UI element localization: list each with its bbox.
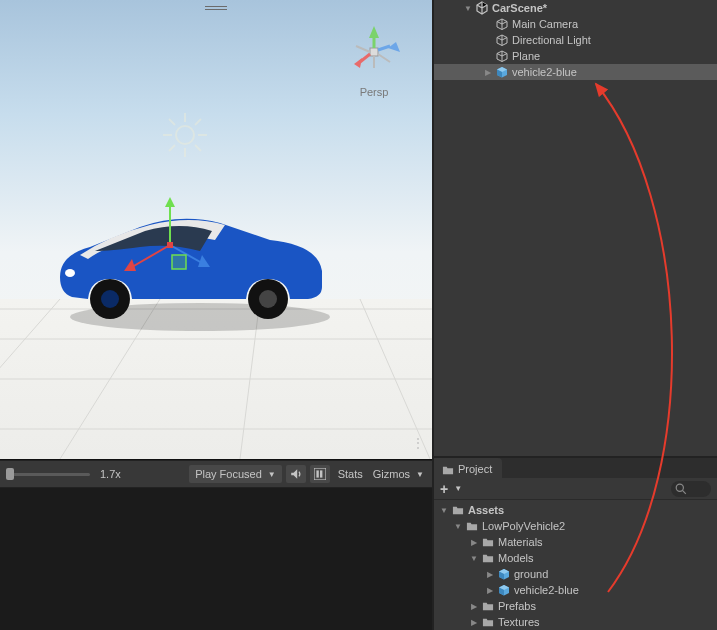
asset-label: ground — [514, 568, 548, 580]
gameobject-icon — [494, 18, 510, 30]
game-viewport[interactable] — [0, 488, 432, 630]
expand-arrow-icon[interactable]: ▶ — [484, 570, 496, 579]
chevron-down-icon: ▼ — [416, 470, 424, 479]
project-asset-vehicle[interactable]: ▶ vehicle2-blue — [434, 582, 717, 598]
folder-icon — [480, 616, 496, 628]
folder-icon — [450, 504, 466, 516]
expand-arrow-icon[interactable]: ▶ — [468, 618, 480, 627]
gameobject-icon — [494, 34, 510, 46]
folder-label: Models — [498, 552, 533, 564]
folder-icon — [464, 520, 480, 532]
project-tabs: Project — [434, 458, 717, 478]
folder-label: Assets — [468, 504, 504, 516]
svg-line-20 — [360, 54, 370, 62]
play-mode-label: Play Focused — [195, 468, 262, 480]
hierarchy-item-label: Plane — [512, 50, 540, 62]
prefab-icon — [496, 568, 512, 580]
prefab-icon — [496, 584, 512, 596]
prefab-icon — [494, 66, 510, 78]
expand-arrow-icon[interactable]: ▶ — [468, 602, 480, 611]
svg-marker-15 — [369, 26, 379, 38]
gameobject-icon — [494, 50, 510, 62]
game-toolbar: ⋮ 1.7x Play Focused ▼ Stats Gizmos ▼ — [0, 460, 432, 488]
expand-arrow-icon[interactable]: ▶ — [468, 538, 480, 547]
stats-button[interactable]: Stats — [334, 466, 367, 482]
search-icon — [675, 483, 687, 495]
projection-mode-label[interactable]: Persp — [344, 86, 404, 98]
project-tab[interactable]: Project — [434, 458, 502, 478]
svg-line-30 — [195, 145, 201, 151]
expand-arrow-icon[interactable]: ▼ — [468, 554, 480, 563]
asset-label: vehicle2-blue — [514, 584, 579, 596]
hierarchy-item-vehicle[interactable]: ▶ vehicle2-blue — [434, 64, 717, 80]
svg-line-31 — [169, 145, 175, 151]
svg-point-38 — [259, 290, 277, 308]
folder-label: LowPolyVehicle2 — [482, 520, 565, 532]
zoom-slider[interactable] — [6, 473, 90, 476]
svg-line-22 — [356, 46, 370, 52]
hierarchy-panel: ▼ CarScene* Main Camera Directional Ligh… — [434, 0, 717, 456]
mute-audio-button[interactable] — [286, 465, 306, 483]
hierarchy-item[interactable]: Main Camera — [434, 16, 717, 32]
folder-icon — [480, 536, 496, 548]
gizmos-dropdown[interactable]: Gizmos ▼ — [371, 465, 426, 483]
svg-rect-47 — [172, 255, 186, 269]
chevron-down-icon[interactable]: ▼ — [454, 484, 462, 493]
svg-rect-45 — [167, 242, 173, 248]
project-asset[interactable]: ▶ ground — [434, 566, 717, 582]
folder-label: Textures — [498, 616, 540, 628]
add-asset-button[interactable]: + — [440, 481, 448, 497]
hierarchy-item-label: Main Camera — [512, 18, 578, 30]
fx-toggle-button[interactable] — [310, 465, 330, 483]
play-mode-dropdown[interactable]: Play Focused ▼ — [189, 465, 282, 483]
svg-rect-14 — [370, 48, 378, 56]
unity-scene-icon — [474, 1, 490, 15]
project-search-input[interactable] — [671, 481, 711, 497]
light-gizmo[interactable] — [160, 110, 210, 160]
hierarchy-item[interactable]: Directional Light — [434, 32, 717, 48]
scene-viewport[interactable]: Persp — [0, 0, 432, 460]
svg-line-29 — [169, 119, 175, 125]
expand-arrow-icon[interactable]: ▶ — [484, 586, 496, 595]
hierarchy-item-label: vehicle2-blue — [512, 66, 577, 78]
svg-line-32 — [195, 119, 201, 125]
svg-point-34 — [65, 269, 75, 277]
panel-menu-icon[interactable]: ⋮ — [411, 435, 426, 451]
folder-label: Prefabs — [498, 600, 536, 612]
chevron-down-icon: ▼ — [268, 470, 276, 479]
folder-icon — [480, 600, 496, 612]
orientation-gizmo[interactable]: Persp — [344, 22, 404, 102]
hierarchy-scene-row[interactable]: ▼ CarScene* — [434, 0, 717, 16]
hierarchy-item-label: Directional Light — [512, 34, 591, 46]
vehicle-object[interactable] — [40, 185, 340, 345]
scene-name-label: CarScene* — [492, 2, 547, 14]
project-folder[interactable]: ▶ Prefabs — [434, 598, 717, 614]
expand-arrow-icon[interactable]: ▼ — [438, 506, 450, 515]
project-tab-label: Project — [458, 463, 492, 475]
project-folder-assets[interactable]: ▼ Assets — [434, 502, 717, 518]
svg-line-23 — [378, 54, 390, 62]
gizmos-label: Gizmos — [373, 468, 410, 480]
panel-drag-handle[interactable] — [205, 6, 227, 10]
folder-icon — [442, 462, 454, 475]
expand-arrow-icon[interactable]: ▼ — [452, 522, 464, 531]
zoom-value: 1.7x — [100, 468, 121, 480]
svg-line-18 — [378, 46, 390, 50]
hierarchy-item[interactable]: Plane — [434, 48, 717, 64]
project-folder-models[interactable]: ▼ Models — [434, 550, 717, 566]
project-panel: Project + ▼ ▼ Assets ▼ LowPol — [434, 456, 717, 630]
svg-marker-40 — [165, 197, 175, 207]
folder-label: Materials — [498, 536, 543, 548]
project-folder[interactable]: ▼ LowPolyVehicle2 — [434, 518, 717, 534]
project-folder[interactable]: ▶ Materials — [434, 534, 717, 550]
folder-icon — [480, 552, 496, 564]
svg-point-24 — [176, 126, 194, 144]
project-folder[interactable]: ▶ Textures — [434, 614, 717, 630]
expand-arrow-icon[interactable]: ▶ — [482, 68, 494, 77]
svg-point-36 — [101, 290, 119, 308]
expand-arrow-icon[interactable]: ▼ — [462, 4, 474, 13]
